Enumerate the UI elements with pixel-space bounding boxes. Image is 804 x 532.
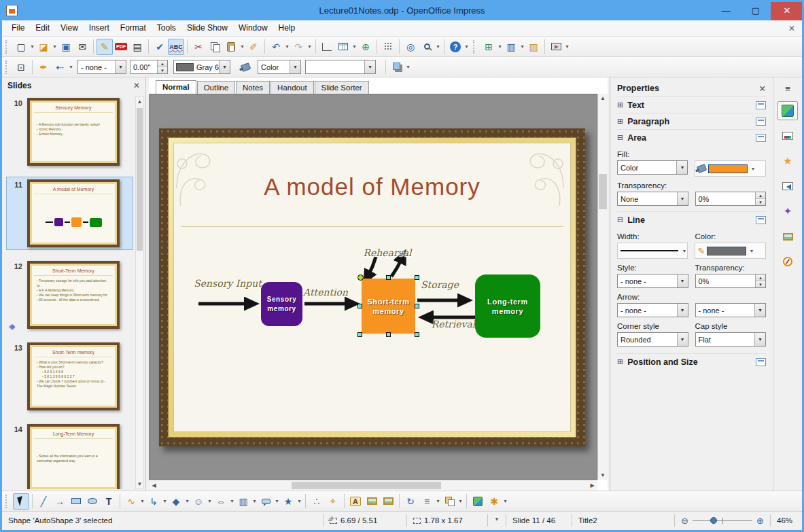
arrow-end-caret[interactable]: ▾ [754, 304, 765, 317]
zoom-out-button[interactable]: ⊖ [681, 516, 688, 526]
label-attention[interactable]: Attention [298, 287, 353, 298]
toolbar-grip[interactable] [5, 495, 10, 508]
label-rehearsal[interactable]: Rehearsal [359, 247, 416, 258]
shadow-button[interactable] [389, 59, 405, 75]
short-term-memory-box[interactable]: Short-term memory [362, 279, 415, 334]
section-position-size[interactable]: ⊞ Position and Size [617, 353, 766, 370]
line-pen-button[interactable]: ✒ [35, 59, 52, 75]
select-button[interactable] [13, 493, 29, 510]
gallery-tab[interactable] [777, 227, 798, 246]
copy-button[interactable] [207, 39, 223, 55]
insert-picture-button[interactable] [364, 493, 380, 510]
position-size-button[interactable]: ⊡ [13, 59, 29, 75]
chart-button[interactable] [319, 39, 335, 55]
new-slide-dropdown-caret[interactable]: ▾ [497, 43, 503, 50]
tab-handout[interactable]: Handout [270, 81, 313, 94]
slide-thumb-image[interactable]: Short-Term Memory Temporary storage for … [27, 261, 120, 329]
symbol-shapes-button[interactable]: ☺ [190, 493, 207, 510]
table-dropdown-caret[interactable]: ▾ [351, 43, 357, 50]
fill-type-select-caret[interactable]: ▾ [290, 60, 300, 73]
possize-dialog-launcher-icon[interactable] [756, 358, 766, 366]
slides-panel-close-icon[interactable]: ✕ [133, 81, 140, 90]
scrollbar-thumb[interactable] [137, 108, 143, 251]
line-width-caret[interactable]: ▾ [681, 248, 687, 254]
email-button[interactable]: ✉ [74, 39, 90, 55]
help-button[interactable]: ? [447, 39, 464, 55]
paste-button[interactable] [223, 39, 239, 55]
new-dropdown-caret[interactable]: ▾ [29, 43, 35, 50]
new-slide-button[interactable]: ⊞ [480, 39, 497, 55]
tab-outline[interactable]: Outline [197, 81, 235, 94]
scroll-down-button[interactable]: ▼ [136, 480, 143, 489]
selection-handle-bottom[interactable] [386, 332, 391, 337]
callouts-button[interactable] [258, 493, 274, 510]
expander-icon[interactable]: ⊞ [617, 357, 623, 366]
expander-icon[interactable]: ⊟ [617, 133, 623, 142]
tab-normal[interactable]: Normal [156, 80, 196, 94]
zoom-in-button[interactable]: ⊕ [756, 516, 764, 526]
undo-dropdown-caret[interactable]: ▾ [284, 43, 290, 50]
edit-file-button[interactable]: ✎ [97, 39, 113, 55]
cap-style-select[interactable]: Flat ▾ [695, 332, 767, 347]
redo-dropdown-caret[interactable]: ▾ [307, 43, 313, 50]
autospellcheck-button[interactable]: ABC [168, 39, 184, 55]
hyperlink-button[interactable]: ⊕ [357, 39, 374, 55]
properties-close-icon[interactable]: ✕ [759, 84, 766, 94]
menu-help[interactable]: Help [273, 20, 301, 36]
toolbar-grip[interactable] [5, 40, 10, 54]
toolbar-overflow-button[interactable]: ▾ [405, 64, 411, 70]
gallery-button[interactable] [380, 493, 396, 510]
zoom-slider-track[interactable] [693, 520, 752, 521]
fill-type-select[interactable]: Color ▾ [258, 60, 301, 74]
slides-scrollbar[interactable]: ▲ ▼ [135, 96, 144, 489]
line-color-caret[interactable]: ▾ [748, 248, 754, 254]
slide-thumbnail-10[interactable]: 10 Sensory Memory A Memory sub-function … [6, 95, 133, 169]
arrow-style-button[interactable]: ⇠ [52, 59, 68, 75]
transparency-spinner[interactable]: 0% ▲▼ [695, 192, 767, 206]
basic-shapes-button[interactable]: ◆ [168, 493, 184, 510]
line-dialog-launcher-icon[interactable] [756, 216, 766, 224]
basic-shapes-caret[interactable]: ▾ [184, 498, 190, 504]
section-paragraph[interactable]: ⊞ Paragraph [617, 113, 766, 129]
properties-tab[interactable] [777, 101, 798, 120]
symbol-shapes-caret[interactable]: ▾ [207, 498, 213, 504]
flowchart-caret[interactable]: ▾ [251, 498, 258, 504]
scroll-left-button[interactable]: ◀ [149, 480, 159, 491]
line-color-select[interactable]: Gray 6 ▾ [173, 60, 230, 74]
expander-icon[interactable]: ⊟ [617, 215, 623, 224]
line-width-picker[interactable]: ▾ [617, 243, 688, 259]
zoom-slider-thumb[interactable] [710, 517, 717, 524]
corner-style-caret[interactable]: ▾ [677, 333, 688, 346]
slide-thumbnail-11-selected[interactable]: 11 A model of Memory [6, 177, 133, 250]
block-arrows-button[interactable]: ⇔ [213, 493, 229, 510]
line-color-select-caret[interactable]: ▾ [219, 60, 230, 73]
slide-template-name[interactable]: Title2 [572, 512, 674, 529]
menu-format[interactable]: Format [115, 20, 152, 36]
tab-slide-sorter[interactable]: Slide Sorter [315, 81, 369, 94]
new-document-button[interactable]: ▢ [13, 39, 29, 55]
slide-canvas[interactable]: A model of Memory [149, 94, 597, 480]
selection-handle-top-left[interactable] [357, 274, 364, 281]
toolbar-grip[interactable] [5, 60, 10, 74]
sidebar-menu-button[interactable]: ≡ [777, 82, 798, 95]
tab-notes[interactable]: Notes [236, 81, 270, 94]
styles-tab[interactable]: ✦ [777, 202, 798, 221]
rotate-button[interactable]: ↻ [402, 493, 419, 510]
callouts-caret[interactable]: ▾ [274, 498, 280, 504]
spin-down-button[interactable]: ▼ [756, 199, 765, 205]
paste-dropdown-caret[interactable]: ▾ [239, 43, 245, 50]
selection-handle-top[interactable] [386, 275, 391, 280]
alignment-button[interactable]: ≡ [419, 493, 435, 510]
section-text[interactable]: ⊞ Text [617, 96, 766, 113]
fill-color-caret[interactable]: ▾ [750, 166, 756, 172]
custom-animation-tab[interactable]: ★ [777, 152, 798, 171]
open-folder-button[interactable]: ◪ [35, 39, 52, 55]
arrow-end-select[interactable]: - none - ▾ [695, 303, 767, 317]
menu-tools[interactable]: Tools [152, 20, 181, 36]
glue-points-button[interactable]: ⌖ [325, 493, 341, 510]
menu-insert[interactable]: Insert [84, 20, 115, 36]
menu-slideshow[interactable]: Slide Show [181, 20, 233, 36]
fill-can-button[interactable] [237, 59, 254, 75]
canvas-vertical-scrollbar[interactable]: ▲ ▼ [597, 94, 608, 480]
width-up-button[interactable]: ▲ [158, 60, 167, 67]
